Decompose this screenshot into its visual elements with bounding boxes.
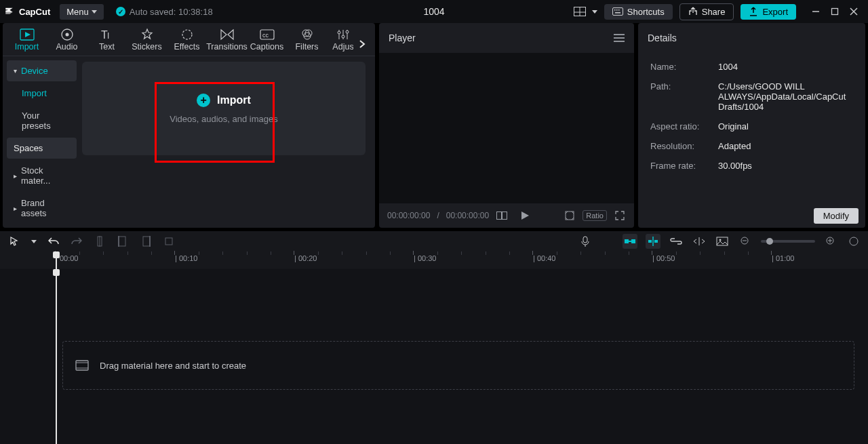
- import-area: + Import Videos, audios, and images: [81, 56, 375, 228]
- tab-audio[interactable]: Audio: [47, 23, 87, 56]
- text-icon: TI: [100, 27, 115, 42]
- details-body: Name:1004 Path:C:/Users/GOOD WILL ALWAYS…: [638, 53, 865, 204]
- timecode-current: 00:00:00:00: [387, 211, 430, 220]
- filters-icon: [300, 27, 315, 42]
- project-title: 1004: [423, 6, 444, 17]
- svg-point-28: [342, 35, 344, 38]
- details-footer: Modify: [638, 204, 865, 228]
- detail-val-aspect: Original: [718, 121, 853, 132]
- playhead-head[interactable]: [56, 251, 57, 269]
- export-button[interactable]: Export: [741, 4, 796, 20]
- share-icon: [688, 7, 698, 16]
- compare-icon[interactable]: [496, 209, 508, 222]
- zoom-thumb[interactable]: [766, 238, 773, 245]
- layout-preset-button[interactable]: [570, 3, 589, 20]
- magnet-main-button[interactable]: [623, 234, 637, 249]
- svg-rect-4: [614, 9, 616, 11]
- snapshot-icon[interactable]: [564, 209, 576, 222]
- magnet-track-button[interactable]: [646, 234, 660, 249]
- svg-marker-32: [521, 211, 529, 220]
- player-stage[interactable]: [379, 53, 634, 203]
- import-dropzone[interactable]: + Import Videos, audios, and images: [82, 62, 366, 155]
- maximize-button[interactable]: [830, 7, 840, 16]
- tab-stickers[interactable]: Stickers: [127, 23, 167, 56]
- tab-effects[interactable]: Effects: [167, 23, 207, 56]
- zoom-slider[interactable]: [761, 240, 815, 243]
- shortcuts-button[interactable]: Shortcuts: [604, 4, 673, 20]
- svg-point-56: [850, 237, 858, 245]
- close-button[interactable]: [849, 7, 859, 16]
- capcut-logo-icon: [4, 5, 16, 18]
- svg-rect-46: [648, 240, 652, 243]
- sidebar-item-brand[interactable]: ▸ Brand assets: [7, 193, 77, 224]
- svg-point-15: [65, 33, 68, 37]
- mic-record-button[interactable]: [578, 234, 593, 249]
- link-button[interactable]: [669, 234, 684, 249]
- ratio-button[interactable]: Ratio: [583, 210, 607, 221]
- player-panel: Player 00:00:00:00 / 00:00:00:00 Ratio: [379, 23, 634, 228]
- audio-icon: [60, 27, 75, 42]
- share-button[interactable]: Share: [679, 3, 734, 20]
- svg-text:cc: cc: [262, 32, 269, 39]
- tab-captions[interactable]: cc Captions: [247, 23, 287, 56]
- keyboard-icon: [612, 7, 623, 16]
- svg-point-23: [304, 33, 311, 39]
- media-sidebar: ▾ Device Import Your presets Spaces ▸ St…: [3, 56, 81, 228]
- sidebar-item-stock[interactable]: ▸ Stock mater...: [7, 160, 77, 191]
- svg-point-29: [346, 31, 349, 33]
- app-logo: CapCut: [4, 5, 50, 18]
- sidebar-item-import[interactable]: Import: [7, 83, 77, 104]
- detail-val-res: Adapted: [718, 141, 853, 151]
- fullscreen-icon[interactable]: [614, 209, 626, 222]
- sidebar-item-presets[interactable]: Your presets: [7, 105, 77, 136]
- cover-button[interactable]: [715, 234, 730, 249]
- preview-axis-button[interactable]: [692, 234, 707, 249]
- delete-right-button[interactable]: [138, 234, 153, 249]
- tab-transitions[interactable]: Transitions: [207, 23, 247, 56]
- import-subtitle: Videos, audios, and images: [170, 114, 277, 124]
- zoom-in-button[interactable]: [823, 234, 838, 249]
- adjust-icon: [336, 27, 351, 42]
- cursor-dropdown[interactable]: [30, 234, 38, 249]
- tab-import[interactable]: Import: [7, 23, 47, 56]
- titlebar-right: Shortcuts Share Export: [570, 3, 864, 20]
- timeline-tracks[interactable]: Drag material here and start to create: [0, 269, 868, 444]
- zoom-fit-button[interactable]: [846, 234, 861, 249]
- app-name: CapCut: [19, 7, 50, 17]
- tab-text[interactable]: TI Text: [87, 23, 127, 56]
- modify-button[interactable]: Modify: [814, 208, 859, 224]
- minimize-button[interactable]: [811, 7, 821, 16]
- timeline-drop-hint[interactable]: Drag material here and start to create: [62, 341, 854, 390]
- delete-left-button[interactable]: [115, 234, 130, 249]
- tab-filters[interactable]: Filters: [287, 23, 327, 56]
- menu-button[interactable]: Menu: [60, 4, 104, 20]
- detail-key-res: Resolution:: [650, 141, 718, 151]
- details-title: Details: [648, 33, 677, 43]
- crop-button[interactable]: [161, 234, 176, 249]
- cursor-tool-icon[interactable]: [7, 234, 22, 249]
- zoom-out-button[interactable]: [738, 234, 753, 249]
- timeline-toolstrip: [0, 231, 868, 251]
- media-panel: Import Audio TI Text Stickers Effects Tr…: [3, 23, 375, 228]
- svg-marker-13: [25, 32, 31, 37]
- timeline-panel: | 00:00| 00:10| 00:20| 00:30| 00:40| 00:…: [0, 251, 868, 444]
- play-button[interactable]: [519, 209, 531, 222]
- redo-button[interactable]: [69, 234, 84, 249]
- detail-key-path: Path:: [650, 81, 718, 112]
- timeline-ruler[interactable]: | 00:00| 00:10| 00:20| 00:30| 00:40| 00:…: [0, 251, 868, 269]
- plus-icon: +: [197, 94, 210, 107]
- tabs-overflow-button[interactable]: [353, 35, 371, 53]
- ruler-tick: | 00:20: [294, 254, 317, 262]
- triangle-right-icon: ▸: [14, 205, 17, 212]
- sidebar-item-spaces[interactable]: Spaces: [7, 138, 77, 159]
- svg-rect-47: [654, 240, 658, 243]
- sidebar-item-device[interactable]: ▾ Device: [7, 60, 77, 81]
- undo-button[interactable]: [46, 234, 61, 249]
- detail-val-name: 1004: [718, 62, 853, 72]
- chevron-down-icon[interactable]: [592, 10, 597, 14]
- split-button[interactable]: [92, 234, 107, 249]
- svg-point-27: [338, 31, 340, 34]
- titlebar: CapCut Menu ✓ Auto saved: 10:38:18 1004 …: [0, 0, 868, 23]
- playhead[interactable]: [56, 269, 57, 444]
- player-menu-icon[interactable]: [614, 34, 625, 42]
